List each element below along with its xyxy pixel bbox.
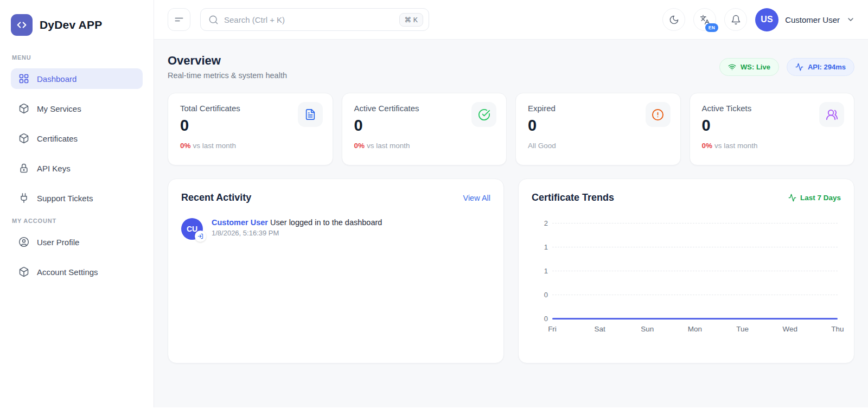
search-box: ⌘ K [200, 8, 429, 31]
activity-message: Customer User User logged in to the dash… [212, 218, 382, 227]
page-subtitle: Real-time metrics & system health [168, 71, 287, 80]
theme-toggle-button[interactable] [662, 8, 685, 31]
stat-card-active-certificates: Active Certificates 0 0%vs last month [342, 93, 507, 165]
sidebar-item-my-services[interactable]: My Services [11, 98, 143, 119]
stat-footnote: 0%vs last month [702, 142, 843, 150]
recent-activity-title: Recent Activity [181, 192, 251, 203]
app-logo: DyDev APP [11, 11, 143, 50]
stat-delta: 0% [180, 142, 191, 150]
x-axis-tick: Mon [688, 325, 702, 333]
activity-timestamp: 1/8/2026, 5:16:39 PM [212, 229, 382, 237]
y-axis-tick: 2 [536, 219, 548, 227]
code-chevrons-icon [11, 14, 33, 36]
wifi-icon [728, 63, 736, 71]
sidebar-item-account-settings[interactable]: Account Settings [11, 261, 143, 282]
user-menu[interactable]: US Customer User [755, 8, 855, 31]
activity-actor[interactable]: Customer User [212, 218, 268, 227]
search-shortcut-kbd: ⌘ K [399, 13, 423, 27]
chart-range-label: Last 7 Days [788, 194, 841, 202]
stat-note: All Good [528, 142, 556, 150]
sidebar-item-user-profile[interactable]: User Profile [11, 232, 143, 252]
x-axis-tick: Sun [641, 325, 654, 333]
moon-icon [669, 15, 679, 25]
cube-icon [18, 133, 29, 144]
main-column: ⌘ K EN [154, 0, 868, 407]
search-input[interactable] [224, 15, 394, 24]
chevron-down-icon [846, 15, 855, 24]
y-axis-tick: 0 [536, 291, 548, 299]
login-icon [195, 231, 206, 242]
stat-card-total-certificates: Total Certificates 0 0%vs last month [168, 93, 333, 165]
app-root: DyDev APP MENU Dashboard My Services Cer… [0, 0, 868, 407]
stats-grid: Total Certificates 0 0%vs last month Act… [168, 93, 854, 165]
page-title: Overview [168, 54, 287, 68]
sidebar-item-certificates[interactable]: Certificates [11, 128, 143, 149]
notifications-button[interactable] [724, 8, 747, 31]
user-avatar: US [755, 8, 778, 31]
stat-card-active-tickets: Active Tickets 0 0%vs last month [690, 93, 855, 165]
alert-circle-icon [646, 102, 671, 127]
plug-icon [18, 193, 29, 203]
sidebar-item-label: Certificates [37, 134, 78, 143]
app-title: DyDev APP [40, 18, 102, 31]
stat-delta: 0% [702, 142, 713, 150]
account-section-label: MY ACCOUNT [12, 218, 143, 224]
menu-toggle-button[interactable] [168, 8, 190, 31]
user-circle-icon [18, 237, 29, 247]
topbar-actions: EN US Customer User [662, 8, 855, 31]
gridline [552, 223, 838, 224]
ws-status-badge: WS: Live [719, 58, 779, 76]
stat-note: vs last month [367, 142, 410, 150]
chart-range-text: Last 7 Days [800, 194, 841, 202]
sidebar-item-api-keys[interactable]: API Keys [11, 158, 143, 178]
activity-list-item: CU Customer User User logged in to the d… [181, 218, 490, 240]
search-icon [208, 15, 219, 25]
sidebar-item-label: Account Settings [37, 267, 98, 277]
sidebar: DyDev APP MENU Dashboard My Services Cer… [0, 0, 154, 407]
sidebar-item-label: User Profile [37, 238, 79, 247]
sidebar-item-dashboard[interactable]: Dashboard [11, 68, 143, 89]
y-axis-tick: 0 [536, 315, 548, 323]
gridline [552, 247, 838, 247]
activity-icon [788, 194, 796, 202]
chart-plot-area: 2 1 1 0 0 Fri Sat Sun Mon Tue [552, 223, 838, 318]
bell-icon [731, 15, 741, 25]
x-axis-tick: Sat [595, 325, 605, 333]
stat-note: vs last month [193, 142, 237, 150]
check-circle-icon [471, 102, 496, 127]
cube-icon [18, 266, 29, 277]
language-badge: EN [705, 23, 718, 32]
menu-section-label: MENU [12, 54, 143, 61]
activity-avatar: CU [181, 218, 203, 240]
y-axis-tick: 1 [536, 243, 548, 251]
recent-activity-panel: Recent Activity View All CU Custom [168, 178, 504, 363]
x-axis-labels: Fri Sat Sun Mon Tue Wed Thu [552, 325, 838, 335]
gridline [552, 271, 838, 271]
trends-line-chart: 2 1 1 0 0 Fri Sat Sun Mon Tue [536, 223, 838, 318]
ws-status-label: WS: Live [741, 63, 770, 71]
y-axis-tick: 1 [536, 267, 548, 275]
certificate-trends-panel: Certificate Trends Last 7 Days [518, 178, 854, 363]
sidebar-item-label: Dashboard [37, 74, 76, 84]
activity-action-text: User logged in to the dashboard [270, 218, 382, 227]
stat-card-expired: Expired 0 All Good [515, 93, 681, 165]
sidebar-item-label: Support Tickets [37, 194, 93, 203]
bottom-grid: Recent Activity View All CU Custom [168, 178, 854, 363]
topbar: ⌘ K EN [154, 0, 868, 40]
lock-icon [18, 163, 29, 174]
gridline [552, 295, 838, 295]
view-all-link[interactable]: View All [463, 194, 490, 202]
x-axis-tick: Thu [831, 325, 844, 333]
stat-footnote: 0%vs last month [180, 142, 321, 150]
api-latency-label: API: 294ms [808, 63, 846, 71]
stat-note: vs last month [714, 142, 758, 150]
x-axis-tick: Wed [783, 325, 798, 333]
language-button[interactable]: EN [693, 8, 716, 31]
sidebar-item-label: API Keys [37, 164, 71, 173]
user-name: Customer User [785, 15, 840, 24]
sidebar-item-support-tickets[interactable]: Support Tickets [11, 188, 143, 208]
grid-icon [18, 73, 29, 84]
x-axis-tick: Fri [548, 325, 557, 333]
activity-icon [795, 63, 803, 71]
users-icon [819, 102, 844, 127]
